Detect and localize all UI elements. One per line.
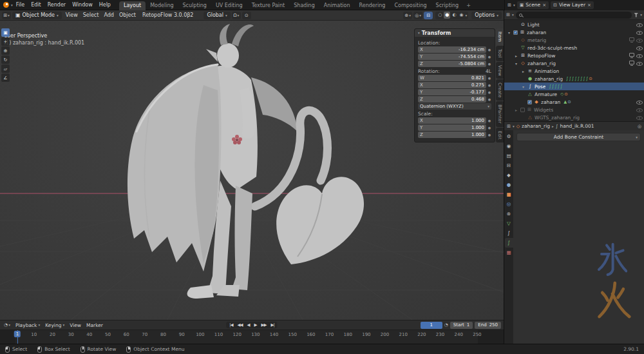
workspace-tab-texture-paint[interactable]: Texture Paint [247, 1, 290, 10]
workspace-tab-animation[interactable]: Animation [319, 1, 355, 10]
collection-checkbox[interactable]: ✓ [520, 108, 525, 112]
play-reverse-button[interactable]: ◀ [245, 322, 252, 328]
mode-selector[interactable]: ▣ Object Mode ▾ [12, 12, 62, 19]
animate-decorator-icon[interactable]: ● [488, 126, 491, 130]
workspace-tab-sculpting[interactable]: Sculpting [178, 1, 211, 10]
workspace-tab-shading[interactable]: Shading [289, 1, 319, 10]
workspace-tab-modeling[interactable]: Modeling [146, 1, 178, 10]
outliner-row-red-3dc-sculpt-mesh[interactable]: ▽ red-3dc-sculpt-mesh [504, 44, 644, 52]
disable-in-renders-toggle[interactable] [629, 61, 634, 66]
texture-properties-tab[interactable]: ▦ [505, 248, 513, 257]
measure-tool[interactable]: ∠ [1, 74, 10, 82]
menu-window[interactable]: Window [69, 0, 96, 10]
remove-view-layer-icon[interactable]: × [587, 3, 591, 8]
jump-to-end-button[interactable]: ▶| [269, 322, 276, 328]
menu-retopoflow[interactable]: RetopoFlow 3.0.0β2 [140, 12, 196, 18]
world-properties-tab[interactable]: ● [505, 180, 513, 190]
scale-z-field[interactable]: Z 1.000 [418, 132, 486, 138]
outliner-row-collection-retopoflow[interactable]: ▸ ⊞ RetopoFlow [504, 52, 644, 59]
animate-decorator-icon[interactable]: ● [488, 83, 491, 87]
expand-caret-icon[interactable]: ▾ [521, 84, 526, 89]
sidebar-tab-bpainter[interactable]: BPainter [496, 101, 504, 126]
unlink-scene-icon[interactable]: × [542, 3, 546, 8]
editor-type-button[interactable]: ⊞ ▾ [2, 12, 11, 19]
scene-selector[interactable]: ▣ Scene × [517, 1, 549, 9]
disable-in-renders-toggle[interactable] [629, 53, 634, 58]
animate-decorator-icon[interactable]: ● [488, 55, 491, 59]
hide-in-viewport-toggle[interactable] [636, 22, 642, 27]
rotation-z-field[interactable]: Z 0.468 [418, 96, 486, 103]
collection-checkbox[interactable]: ✓ [513, 30, 518, 35]
animate-decorator-icon[interactable]: ● [488, 48, 491, 52]
chevron-down-icon[interactable]: ▾ [640, 13, 642, 17]
collection-checkbox[interactable]: ✓ [527, 100, 532, 104]
expand-caret-icon[interactable]: ▾ [507, 30, 511, 35]
pin-icon[interactable]: ◎ [638, 124, 641, 129]
rotation-y-field[interactable]: Y -0.177 [418, 89, 486, 95]
sidebar-tab-tool[interactable]: Tool [496, 46, 504, 61]
location-x-field[interactable]: X -16.234 cm [418, 46, 486, 53]
outliner-search[interactable] [516, 12, 632, 19]
timeline-editor-button[interactable]: ◔ ▾ [3, 321, 12, 329]
sidebar-tab-create[interactable]: Create [496, 79, 504, 101]
scale-y-field[interactable]: Y 1.000 [418, 124, 486, 131]
outliner-row-wgts-zaharan-rig[interactable]: △ WGTS_zaharan_rig [504, 113, 644, 121]
breadcrumb-bone[interactable]: hand_ik.R.001 [560, 123, 594, 129]
material-preview-button[interactable]: ◐ [451, 12, 457, 19]
menu-help[interactable]: Help [96, 0, 114, 10]
outliner-row-pose[interactable]: ▾ ∫ Pose ∫∫∫∫∫ [504, 83, 644, 90]
outliner-row-collection-widgets[interactable]: ▸ ✓ ⊞ Widgets [504, 106, 644, 113]
frame-start-field[interactable]: Start 1 [450, 322, 473, 329]
properties-editor-icon[interactable]: ⊞ [507, 124, 511, 129]
outliner-row-metarig[interactable]: ◇ metarig [504, 36, 644, 44]
scale-x-field[interactable]: X 1.000 [418, 117, 486, 124]
workspace-tab-uv-editing[interactable]: UV Editing [211, 1, 247, 10]
menu-view[interactable]: View [63, 12, 80, 18]
workspace-tab-compositing[interactable]: Compositing [390, 1, 431, 10]
blender-logo-icon[interactable] [3, 2, 9, 8]
scene-properties-tab[interactable]: ◆ [505, 170, 513, 180]
workspace-tab-scripting[interactable]: Scripting [431, 1, 464, 10]
timeline-menu-playback[interactable]: Playback▾ [13, 322, 43, 328]
gizmos-dropdown[interactable]: ⊕ ▾ [403, 12, 412, 19]
next-keyframe-button[interactable]: ▶▶ [260, 322, 269, 328]
object-constraints-properties-tab[interactable]: ⊗ [505, 209, 513, 219]
snap-toggle[interactable]: Ω ▾ [232, 12, 241, 19]
location-z-field[interactable]: Z -5.0804 cm [418, 61, 486, 67]
transform-orientation-selector[interactable]: Global ▾ [204, 12, 230, 19]
view-layer-selector[interactable]: ⊟ View Layer × [551, 1, 594, 9]
physics-properties-tab[interactable]: ◎ [505, 199, 513, 209]
overlays-dropdown[interactable]: ◎ ▾ [413, 12, 422, 19]
sidebar-tab-item[interactable]: Item [496, 28, 504, 45]
rotate-tool[interactable]: ↻ [1, 55, 10, 64]
outliner-row-mesh-zaharan[interactable]: ✓ ◆ zaharan ▲⊙ [504, 98, 644, 106]
expand-caret-icon[interactable]: ▾ [514, 61, 518, 66]
hide-in-viewport-toggle[interactable] [636, 61, 642, 66]
preview-range-clock-icon[interactable]: ◔ [444, 322, 448, 328]
sidebar-tab-edit[interactable]: Edit [496, 128, 504, 143]
sidebar-tab-view[interactable]: View [496, 62, 504, 79]
scale-tool[interactable]: ▱ [1, 64, 10, 73]
move-tool[interactable]: ⊕ [1, 46, 10, 55]
rotation-mode-dropdown[interactable]: Quaternion (WXYZ) ▾ [418, 103, 491, 110]
add-bone-constraint-button[interactable]: Add Bone Constraint ▾ [516, 133, 641, 141]
editor-type-icon[interactable]: ⊞ [507, 3, 511, 8]
workspace-tab-layout[interactable]: Layout [119, 1, 146, 10]
menu-add[interactable]: Add [101, 12, 117, 18]
outliner-row-action-zaharan-rig[interactable]: ● zaharan_rig ∫∫∫∫∫∫∫∫⊙ [504, 75, 644, 83]
hide-in-viewport-toggle[interactable] [636, 107, 642, 112]
xray-toggle[interactable]: ⊟ [424, 12, 433, 19]
render-properties-tab[interactable]: ◉ [505, 141, 513, 151]
add-workspace-button[interactable]: + [463, 1, 474, 10]
bone-properties-tab[interactable]: ∫ [505, 228, 513, 238]
select-box-tool[interactable]: ▣ [1, 28, 10, 37]
jump-to-start-button[interactable]: |◀ [227, 322, 234, 328]
viewport-3d[interactable]: User Perspective (1) zaharan_rig : hand_… [0, 21, 504, 320]
outliner-editor-icon[interactable]: ⊞ [506, 12, 510, 17]
cursor-tool[interactable]: + [1, 37, 10, 46]
animate-decorator-icon[interactable]: ● [488, 97, 491, 101]
outliner-row-animation[interactable]: ▸ ≡ Animation [504, 67, 644, 75]
hide-in-viewport-toggle[interactable] [636, 37, 642, 43]
frame-end-field[interactable]: End 250 [475, 322, 501, 329]
hide-in-viewport-toggle[interactable] [636, 30, 642, 35]
